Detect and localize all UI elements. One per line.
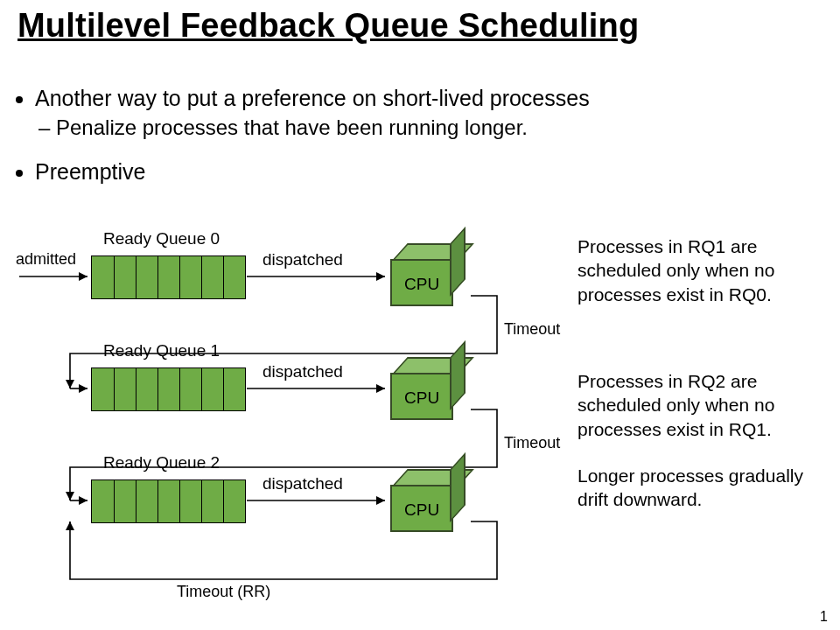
cpu-label-1: CPU [404,388,439,408]
label-timeout-1: Timeout [504,434,560,453]
label-dispatched-0: dispatched [262,250,343,270]
cpu-1: CPU [390,357,466,422]
slide-title: Multilevel Feedback Queue Scheduling [18,7,639,45]
svg-marker-14 [66,522,74,530]
bullet-list: Another way to put a preference on short… [14,84,590,203]
queue-2 [91,480,246,523]
svg-marker-4 [66,380,74,388]
bullet-1a: Penalize processes that have been runnin… [56,114,590,142]
diagram: admitted Ready Queue 0 dispatched Timeou… [0,238,840,614]
label-rq1: Ready Queue 1 [103,341,220,361]
label-dispatched-1: dispatched [262,362,343,382]
svg-marker-1 [79,272,88,281]
label-dispatched-2: dispatched [262,474,343,494]
bullet-1: Another way to put a preference on short… [35,84,590,142]
bullet-1-text: Another way to put a preference on short… [35,86,590,110]
side-text-2: Processes in RQ2 are scheduled only when… [578,369,831,441]
svg-marker-13 [376,496,385,505]
svg-marker-8 [376,384,385,393]
queue-1 [91,368,246,411]
label-timeout-0: Timeout [504,320,560,340]
cpu-0: CPU [390,243,466,308]
label-rq0: Ready Queue 0 [103,229,220,249]
side-text-1: Processes in RQ1 are scheduled only when… [578,234,831,306]
svg-marker-6 [79,384,88,393]
cpu-2: CPU [390,469,466,534]
label-rq2: Ready Queue 2 [103,453,220,473]
queue-0 [91,256,246,299]
bullet-2: Preemptive [35,158,590,187]
slide: Multilevel Feedback Queue Scheduling Ano… [0,0,840,630]
cpu-label-2: CPU [404,500,439,520]
svg-marker-11 [79,496,88,505]
side-text-3: Longer processes gradually drift downwar… [578,464,831,512]
svg-marker-9 [66,492,74,500]
label-timeout-rr: Timeout (RR) [177,583,270,602]
svg-marker-3 [376,272,385,281]
cpu-label-0: CPU [404,275,439,294]
page-number: 1 [820,609,828,625]
label-admitted: admitted [16,250,76,270]
